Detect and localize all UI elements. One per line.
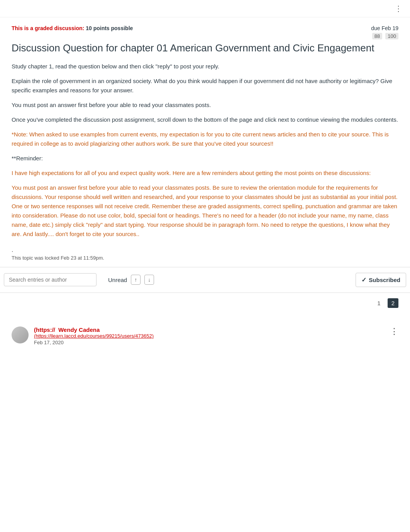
pagination: 1 2 — [0, 293, 410, 313]
avatar-image — [12, 326, 29, 343]
table-row: (https:// Wendy Cadena (https://llearn.l… — [12, 321, 398, 351]
graded-info: This is a graded discussion: 10 points p… — [12, 25, 371, 34]
body-para-1: Study chapter 1, read the question below… — [12, 62, 398, 71]
locked-section: . This topic was locked Feb 23 at 11:59p… — [12, 246, 398, 261]
note-orange: *Note: When asked to use examples from c… — [12, 130, 398, 148]
page-1[interactable]: 1 — [373, 298, 384, 308]
sort-asc-button[interactable]: ↑ — [131, 275, 141, 285]
sort-desc-button[interactable]: ↓ — [144, 275, 154, 285]
avatar — [12, 326, 29, 343]
page-2[interactable]: 2 — [388, 298, 398, 308]
subscribed-button[interactable]: ✓ Subscribed — [356, 273, 406, 287]
header-right: due Feb 19 88 100 — [371, 25, 398, 39]
entry-section: (https:// Wendy Cadena (https://llearn.l… — [0, 313, 410, 351]
reminder-orange-1: I have high expectations for all of you … — [12, 168, 398, 178]
toolbar: Unread ↑ ↓ ✓ Subscribed — [0, 267, 410, 293]
reminder-orange-2: You must post an answer first before you… — [12, 183, 398, 239]
author-name[interactable]: Wendy Cadena — [58, 326, 100, 333]
score-badges: 88 100 — [372, 33, 398, 39]
entry-date: Feb 17, 2020 — [34, 340, 385, 345]
entry-more-icon[interactable]: ⋮ — [390, 326, 398, 337]
author-url-link[interactable]: (https://llearn.laccd.edu/courses/99215/… — [34, 333, 385, 339]
body-para-3: You must post an answer first before you… — [12, 100, 398, 110]
author-link-prefix[interactable]: (https:// — [34, 326, 55, 333]
search-input[interactable] — [4, 273, 97, 286]
score-88: 88 — [372, 33, 382, 39]
discussion-body: Study chapter 1, read the question below… — [12, 62, 398, 239]
graded-label-text: This is a graded discussion: — [12, 25, 84, 31]
unread-button[interactable]: Unread — [108, 277, 127, 283]
graded-label: This is a graded discussion: 10 points p… — [12, 25, 371, 31]
top-bar: ⋮ — [0, 0, 410, 17]
reminder-header: **Reminder: — [12, 154, 398, 163]
locked-dot: . — [12, 246, 398, 253]
body-para-2: Explain the role of government in an org… — [12, 76, 398, 95]
points-text: 10 points possible — [86, 25, 133, 31]
locked-notice: This topic was locked Feb 23 at 11:59pm. — [12, 255, 398, 261]
due-date: due Feb 19 — [371, 25, 398, 31]
discussion-title: Discussion Question for chapter 01 Ameri… — [12, 42, 398, 55]
score-100: 100 — [385, 33, 398, 39]
subscribed-check-icon: ✓ — [361, 276, 366, 284]
more-options-icon[interactable]: ⋮ — [395, 4, 402, 13]
body-para-4: Once you've completed the discussion pos… — [12, 115, 398, 124]
subscribed-label: Subscribed — [369, 277, 400, 283]
discussion-header: This is a graded discussion: 10 points p… — [12, 25, 398, 39]
entry-meta: (https:// Wendy Cadena (https://llearn.l… — [34, 326, 385, 345]
main-content: This is a graded discussion: 10 points p… — [0, 17, 410, 261]
